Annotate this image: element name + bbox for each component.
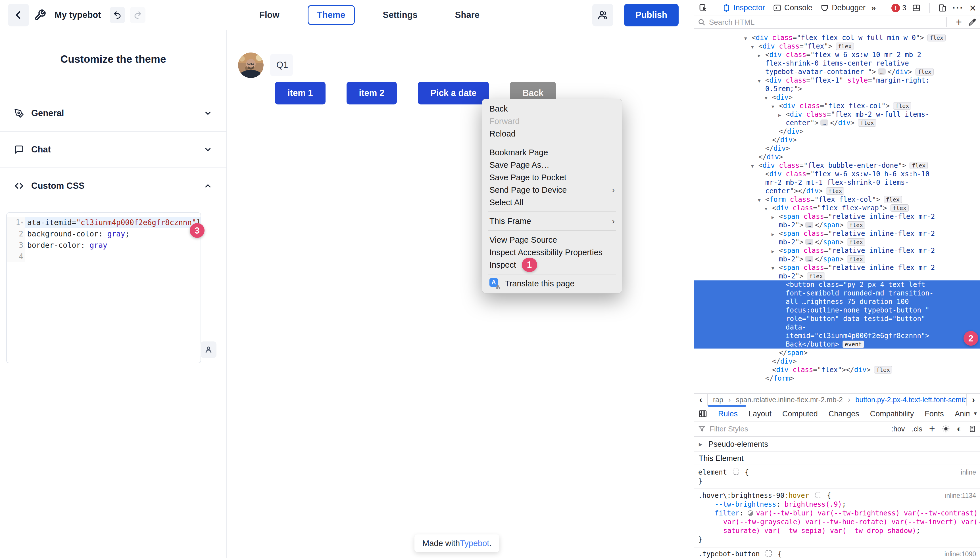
breadcrumb-item[interactable]: rap bbox=[713, 396, 723, 404]
markup-line[interactable]: <div class="flex"></div>flex bbox=[694, 366, 980, 374]
chat-button-item-2[interactable]: item 2 bbox=[347, 82, 397, 105]
context-menu-item-send-page-to-device[interactable]: Send Page to Device› bbox=[482, 184, 622, 196]
panel-tab-layout[interactable]: Layout bbox=[748, 410, 771, 419]
markup-line[interactable]: </div> bbox=[694, 144, 980, 153]
panel-tab-anima[interactable]: Anima bbox=[955, 410, 970, 419]
breadcrumb-item[interactable]: span.relative.inline-flex.mr-2.mb-2 bbox=[736, 396, 843, 404]
fold-arrow-icon[interactable]: ˅ bbox=[21, 220, 23, 225]
markup-line[interactable]: data- bbox=[694, 323, 980, 332]
markup-line[interactable]: </div> bbox=[694, 357, 980, 366]
toggle-cls[interactable]: .cls bbox=[912, 425, 922, 433]
context-menu-item-select-all[interactable]: Select All bbox=[482, 196, 622, 208]
breadcrumb-scroll-right[interactable]: › bbox=[966, 394, 980, 405]
context-menu-item-save-page-to-pocket[interactable]: Save Page to Pocket bbox=[482, 171, 622, 184]
markup-line[interactable]: ▶<div class="flex w-6 xs:w-10 mr-2 mb-2 bbox=[694, 51, 980, 59]
more-tools-icon[interactable]: » bbox=[871, 3, 876, 13]
markup-line[interactable]: </span> bbox=[694, 348, 980, 357]
devtools-menu-icon[interactable]: ··· bbox=[952, 2, 964, 13]
markup-line[interactable]: ▼<div class="flex flex-col">flex bbox=[694, 102, 980, 110]
chat-button-item-1[interactable]: item 1 bbox=[275, 82, 326, 105]
markup-line[interactable]: <div class="flex w-6 xs:w-10 h-6 xs:h-10 bbox=[694, 170, 980, 178]
publish-button[interactable]: Publish bbox=[624, 4, 679, 26]
preview-bubble-button[interactable] bbox=[201, 341, 216, 358]
css-editor-line[interactable]: 1˅ata-itemid="cl3iunm4p000f2e6gfr8cznnn"… bbox=[7, 217, 201, 228]
collapse-sidebar-icon[interactable] bbox=[698, 409, 707, 419]
panel-tab-rules[interactable]: Rules bbox=[718, 410, 738, 419]
markup-line[interactable]: </div> bbox=[694, 127, 980, 136]
filter-styles-input[interactable] bbox=[709, 424, 891, 434]
markup-line[interactable]: </div> bbox=[694, 136, 980, 144]
devtools-tab-debugger[interactable]: Debugger bbox=[816, 3, 870, 12]
panel-tab-fonts[interactable]: Fonts bbox=[925, 410, 944, 419]
rule-declaration[interactable]: } bbox=[698, 535, 980, 544]
eyedropper-icon[interactable] bbox=[968, 18, 977, 26]
markup-line[interactable]: ▼<div class="flex flex-wrap">flex bbox=[694, 204, 980, 212]
markup-line[interactable]: ▼<div class="flex-1" style="margin-right… bbox=[694, 76, 980, 85]
custom-css-editor[interactable]: 1˅ata-itemid="cl3iunm4p000f2e6gfr8cznnn"… bbox=[6, 212, 201, 363]
markup-line[interactable]: ▼<div class="flex">flex bbox=[694, 42, 980, 51]
markup-line[interactable]: mr-2 mb-2 mt-1 flex-shrink-0 items- bbox=[694, 178, 980, 187]
markup-line[interactable]: itemid="cl3iunm4p000f2e6gfr8cznnn"> bbox=[694, 332, 980, 340]
add-rule-button[interactable]: + bbox=[929, 423, 935, 435]
devtools-tab-console[interactable]: Console bbox=[769, 3, 816, 12]
search-html-input[interactable] bbox=[708, 18, 943, 27]
rule-declaration[interactable]: filter: var(--tw-blur) var(--tw-brightne… bbox=[698, 509, 980, 518]
rule-source-link[interactable]: inline:1134 bbox=[945, 492, 976, 499]
markup-line[interactable]: flex-shrink-0 items-center relative bbox=[694, 59, 980, 67]
markup-line[interactable]: <button class="py-2 px-4 text-left bbox=[694, 281, 980, 289]
markup-line[interactable]: mb-2">…</span>flex bbox=[694, 238, 980, 246]
tab-theme[interactable]: Theme bbox=[308, 5, 355, 25]
context-menu-item-view-page-source[interactable]: View Page Source bbox=[482, 234, 622, 246]
markup-line[interactable]: ▼<span class="relative inline-flex mr-2 bbox=[694, 263, 980, 272]
collaborate-button[interactable] bbox=[592, 4, 613, 26]
markup-line[interactable]: </form> bbox=[694, 374, 980, 382]
typebot-title[interactable]: My typebot bbox=[54, 10, 101, 20]
context-menu-item-save-page-as[interactable]: Save Page As… bbox=[482, 159, 622, 171]
markup-line[interactable]: ▼<div class="flex bubble-enter-done">fle… bbox=[694, 161, 980, 170]
markup-line[interactable]: mb-2">…</span>flex bbox=[694, 221, 980, 229]
markup-line[interactable]: 0.5rem;"> bbox=[694, 85, 980, 93]
markup-line[interactable]: typebot-avatar-container ">…</div>flex bbox=[694, 67, 980, 76]
markup-line[interactable]: ▶<span class="relative inline-flex mr-2 bbox=[694, 212, 980, 221]
toggle-hov[interactable]: :hov bbox=[891, 425, 905, 433]
light-theme-icon[interactable] bbox=[942, 425, 950, 433]
panel-tab-changes[interactable]: Changes bbox=[828, 410, 859, 419]
pseudo-elements-row[interactable]: ▶Pseudo-elements bbox=[694, 437, 980, 451]
tabs-dropdown-icon[interactable]: ▼ bbox=[973, 411, 978, 417]
markup-line[interactable]: mb-2">…</span>flex bbox=[694, 255, 980, 263]
context-menu-item-translate-this-page[interactable]: AぁTranslate this page bbox=[482, 277, 622, 290]
markup-line[interactable]: role="button" data-testid="button" bbox=[694, 315, 980, 323]
pick-element-button[interactable] bbox=[694, 3, 712, 13]
typebot-link[interactable]: Typebot bbox=[460, 539, 489, 548]
rule-source-link[interactable]: inline:1090 bbox=[944, 550, 976, 558]
markup-line[interactable]: all …rightness-75 duration-100 bbox=[694, 297, 980, 306]
tab-share[interactable]: Share bbox=[446, 5, 489, 25]
css-editor-line[interactable]: 2background-color: gray; bbox=[7, 228, 201, 240]
context-menu-item-bookmark-page[interactable]: Bookmark Page bbox=[482, 146, 622, 159]
devtools-tab-inspector[interactable]: Inspector bbox=[718, 3, 769, 12]
panel-tab-compatibility[interactable]: Compatibility bbox=[870, 410, 914, 419]
css-editor-line[interactable]: 3border-color: gray bbox=[7, 240, 201, 251]
markup-line[interactable]: ▼<div> bbox=[694, 93, 980, 102]
html-markup-tree[interactable]: ▼<div class="flex flex-col w-full min-w-… bbox=[694, 29, 980, 393]
markup-line[interactable]: ▶<span class="relative inline-flex mr-2 bbox=[694, 246, 980, 255]
markup-line[interactable]: center"></div>flex bbox=[694, 187, 980, 195]
responsive-mode-icon[interactable] bbox=[938, 4, 947, 12]
tab-flow[interactable]: Flow bbox=[250, 5, 289, 25]
markup-line[interactable]: mb-2">flex bbox=[694, 272, 980, 281]
back-button[interactable] bbox=[8, 4, 29, 26]
redo-button[interactable] bbox=[130, 7, 145, 23]
markup-line[interactable]: ▼<form class="flex flex-col">flex bbox=[694, 195, 980, 204]
rule-declaration[interactable]: .hover\:brightness-90:hover { bbox=[698, 491, 980, 500]
rule-declaration[interactable]: var(--tw-grayscale) var(--tw-hue-rotate)… bbox=[698, 518, 980, 527]
markup-line[interactable]: </div> bbox=[694, 153, 980, 161]
chat-button-pick-a-date[interactable]: Pick a date bbox=[418, 82, 489, 105]
context-menu-item-back[interactable]: Back bbox=[482, 102, 622, 115]
new-node-button[interactable]: + bbox=[956, 16, 962, 28]
sidebar-section-chat[interactable]: Chat bbox=[0, 131, 226, 167]
breadcrumb-item[interactable]: button.py-2.px-4.text-left.font-semibold… bbox=[855, 396, 966, 404]
markup-line[interactable]: focus:outline-none typebot-button " bbox=[694, 306, 980, 315]
rule-declaration[interactable]: .typebot-button { bbox=[698, 550, 980, 558]
sidebar-section-custom-css[interactable]: Custom CSS bbox=[0, 167, 226, 204]
print-media-icon[interactable] bbox=[968, 425, 976, 433]
